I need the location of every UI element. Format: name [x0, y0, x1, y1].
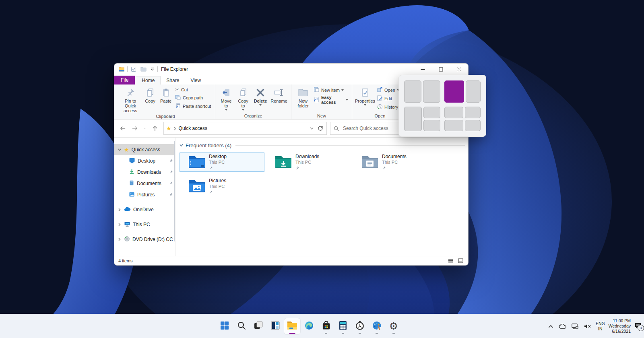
taskbar-widgets[interactable]: [267, 318, 283, 334]
tab-share[interactable]: Share: [161, 76, 185, 84]
taskbar-calculator[interactable]: [335, 318, 351, 334]
sidebar-item-this-pc[interactable]: This PC: [114, 219, 175, 230]
tab-file[interactable]: File: [114, 76, 135, 84]
new-item-button[interactable]: New item: [312, 86, 349, 94]
chevron-right-icon[interactable]: [118, 208, 122, 211]
clock-date[interactable]: 11:00 PM Wednesday 6/16/2021: [609, 318, 631, 334]
snap-zone[interactable]: [423, 80, 440, 103]
properties-button[interactable]: Properties: [355, 85, 376, 106]
breadcrumb-location[interactable]: Quick access: [179, 126, 207, 131]
sidebar-item-dvd-drive[interactable]: DVD Drive (D:) CC: [114, 234, 175, 245]
snap-zone[interactable]: [444, 120, 463, 132]
address-bar[interactable]: ★ Quick access: [163, 122, 327, 135]
downloads-folder-icon: [275, 155, 292, 170]
titlebar[interactable]: File Explorer: [114, 64, 468, 75]
snap-zone[interactable]: [423, 120, 440, 132]
back-button[interactable]: [118, 123, 128, 134]
chevron-right-icon[interactable]: [118, 238, 122, 241]
taskbar-file-explorer[interactable]: [284, 318, 300, 334]
folder-tile-desktop[interactable]: Desktop This PC: [180, 153, 264, 172]
chevron-down-icon: [180, 144, 183, 147]
language-indicator[interactable]: ENG IN: [596, 321, 605, 332]
paste-button[interactable]: Paste: [158, 85, 174, 104]
taskbar-store[interactable]: [318, 318, 334, 334]
cut-button[interactable]: ✂ Cut: [174, 86, 213, 93]
paste-shortcut-button[interactable]: Paste shortcut: [174, 102, 213, 110]
snap-zone[interactable]: [404, 80, 421, 103]
snap-zone[interactable]: [465, 107, 481, 118]
tab-home[interactable]: Home: [136, 76, 161, 84]
rename-button[interactable]: Rename: [269, 85, 289, 104]
taskbar-search[interactable]: [233, 318, 250, 334]
tray-weekday: Wednesday: [609, 324, 631, 329]
sidebar-item-label: Quick access: [132, 147, 160, 153]
tile-location: This PC: [209, 183, 226, 189]
qat-customize-caret-button[interactable]: [150, 67, 155, 72]
new-folder-button[interactable]: New folder: [294, 85, 312, 109]
folder-tile-documents[interactable]: Documents This PC: [353, 153, 438, 172]
maximize-button[interactable]: [432, 64, 450, 75]
snap-layout-quad[interactable]: [444, 107, 481, 131]
address-dropdown-caret[interactable]: [309, 126, 314, 130]
chevron-right-icon[interactable]: [118, 223, 122, 226]
button-label: Delete: [254, 99, 267, 103]
sidebar-item-pictures[interactable]: Pictures: [114, 189, 175, 200]
taskbar-paint[interactable]: [369, 318, 385, 334]
forward-button[interactable]: [130, 123, 140, 134]
tab-view[interactable]: View: [185, 76, 206, 84]
sidebar-item-label: Downloads: [137, 169, 161, 175]
minimize-button[interactable]: [414, 64, 432, 75]
snap-zone[interactable]: [466, 80, 481, 103]
copy-to-button[interactable]: Copy to: [235, 85, 252, 111]
taskbar-alarms-clock[interactable]: [352, 318, 368, 334]
taskbar-settings[interactable]: ⚙: [386, 318, 402, 334]
snap-zone[interactable]: [404, 107, 422, 131]
qat-properties-button[interactable]: [130, 66, 137, 73]
pin-to-quick-access-button[interactable]: Pin to Quick access: [118, 85, 142, 113]
sidebar-item-desktop[interactable]: Desktop: [114, 155, 175, 167]
notification-center-button[interactable]: 3: [634, 322, 642, 330]
window-title: File Explorer: [161, 66, 188, 72]
snap-zone[interactable]: [444, 107, 463, 118]
move-to-button[interactable]: Move to: [218, 85, 235, 111]
folder-tile-pictures[interactable]: Pictures This PC: [180, 177, 264, 196]
pin-icon: [209, 165, 227, 171]
onedrive-tray-icon[interactable]: [558, 323, 567, 330]
snap-zone[interactable]: [465, 120, 481, 132]
button-label: Copy to: [236, 99, 250, 108]
sidebar-item-onedrive[interactable]: OneDrive: [114, 204, 175, 215]
hidden-icons-chevron[interactable]: [547, 324, 554, 329]
task-view-icon: [254, 321, 263, 332]
chevron-down-icon[interactable]: [118, 148, 122, 151]
snap-zone-hovered[interactable]: [444, 80, 464, 103]
copy-path-button[interactable]: Copy path: [174, 94, 213, 101]
snap-layout-half-and-stack[interactable]: [404, 107, 440, 131]
section-header[interactable]: Frequent folders (4): [180, 142, 465, 148]
qat-new-folder-button[interactable]: [140, 66, 147, 72]
easy-access-button[interactable]: Easy access: [312, 95, 349, 105]
snap-zone[interactable]: [423, 107, 440, 118]
network-icon[interactable]: [571, 323, 580, 330]
recent-locations-caret[interactable]: [142, 123, 148, 134]
snap-layout-left-wide[interactable]: [444, 80, 481, 103]
tile-location: This PC: [209, 159, 227, 165]
sidebar-item-downloads[interactable]: Downloads: [114, 167, 175, 178]
refresh-button[interactable]: [317, 125, 324, 132]
snap-layout-two-columns[interactable]: [404, 80, 440, 103]
delete-button[interactable]: Delete: [252, 85, 269, 106]
large-icons-view-button[interactable]: [457, 258, 464, 264]
sidebar-scrollbar[interactable]: [174, 141, 175, 241]
close-button[interactable]: [450, 64, 468, 75]
taskbar-edge[interactable]: [301, 318, 317, 334]
tile-name: Pictures: [209, 178, 226, 183]
copy-button[interactable]: Copy: [142, 85, 158, 104]
sidebar-item-documents[interactable]: Documents: [114, 178, 175, 189]
taskbar-start[interactable]: [217, 318, 233, 334]
sidebar-item-quick-access[interactable]: ★ Quick access: [114, 144, 175, 155]
star-icon: ★: [124, 146, 129, 153]
volume-muted-icon[interactable]: [583, 323, 592, 330]
taskbar-task-view[interactable]: [250, 318, 266, 334]
up-button[interactable]: [150, 123, 160, 134]
folder-tile-downloads[interactable]: Downloads This PC: [266, 153, 351, 172]
details-view-button[interactable]: [447, 258, 454, 264]
